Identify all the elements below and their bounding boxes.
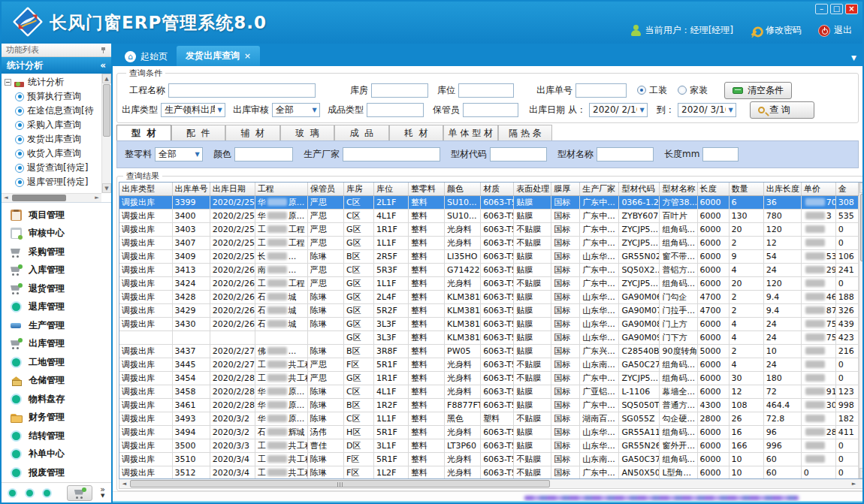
tree-item[interactable]: 采购入库查询 (3, 118, 101, 132)
scroll-thumb[interactable] (12, 195, 66, 201)
workwear-radio[interactable]: 工装 (637, 84, 667, 97)
table-horizontal-scrollbar[interactable]: ◄ ► (119, 479, 864, 489)
table-row[interactable]: 调拨出库34242020/2/26工工程严思G区1L1F整料光身料6063-T5… (119, 276, 859, 290)
material-tab-耗材[interactable]: 耗 材 (389, 125, 444, 140)
length-input[interactable] (702, 147, 739, 161)
column-header-材质[interactable]: 材质 (481, 183, 514, 195)
column-header-保管员[interactable]: 保管员 (307, 183, 343, 195)
profile-code-input[interactable] (490, 147, 547, 161)
material-tab-隔热条[interactable]: 隔 热 条 (498, 125, 553, 140)
table-row[interactable]: 调拨出库34932020/3/2华原...陈琳C区1L1F整料黑色塑料不贴膜国标… (119, 412, 859, 425)
product-type-input[interactable] (367, 103, 424, 117)
out-type-select[interactable]: 生产领料出库▼ (161, 103, 225, 117)
table-row[interactable]: 调拨出库34372020/2/27佛...陈琳B区3R8F整料PW056063-… (119, 344, 859, 358)
column-header-膜厚[interactable]: 膜厚 (551, 183, 580, 195)
material-tab-辅材[interactable]: 辅 材 (225, 125, 280, 140)
scroll-right-icon[interactable]: ► (849, 479, 859, 488)
order-no-input[interactable] (575, 83, 627, 98)
tab-close-icon[interactable]: × (244, 51, 251, 61)
table-row[interactable]: 调拨出库34032020/2/25工工程严思G区1R1F整料光身料6063-T5… (119, 222, 859, 236)
material-tab-成品[interactable]: 成 品 (334, 125, 389, 140)
tab-起始页[interactable]: ⌂起始页 (116, 47, 177, 66)
table-vertical-scrollbar[interactable]: ▲ ▼ (859, 183, 864, 478)
close-button[interactable]: × (845, 4, 858, 14)
scroll-up-icon[interactable]: ▲ (859, 183, 864, 193)
table-row[interactable]: 调拨出库34452020/2/27工共工程严思F区5R1F整料光身料6063-T… (119, 358, 859, 371)
scroll-thumb[interactable] (103, 84, 110, 137)
column-header-单价[interactable]: 单价 (801, 183, 835, 195)
table-row[interactable]: 调拨出库34542020/2/28工共工程严思G区1R1F整料光身料6063-T… (119, 371, 859, 385)
warehouse-input[interactable] (371, 83, 428, 98)
scroll-up-icon[interactable]: ▲ (102, 74, 111, 83)
column-header-库位[interactable]: 库位 (373, 183, 408, 195)
table-row[interactable]: 调拨出库34942020/3/2石辉城汤伟H区5R1F整料光身料6063-T5贴… (119, 425, 859, 439)
table-row[interactable]: 调拨出库34132020/2/26南...严思C区5R3F整料G71422606… (119, 263, 859, 276)
column-header-出库类型[interactable]: 出库类型 (119, 183, 172, 195)
maker-input[interactable] (343, 147, 440, 161)
tree-item[interactable]: 退货查询[待定] (3, 161, 101, 175)
sidebar-item-生产管理[interactable]: 生产管理 (2, 316, 111, 335)
table-row[interactable]: 调拨出库34282020/2/26石城陈琳G区2L4F整料KLM38176063… (119, 290, 859, 303)
clear-conditions-button[interactable]: 清空条件 (724, 82, 792, 99)
green-circle-icon[interactable] (25, 488, 35, 498)
maximize-button[interactable]: □ (830, 4, 843, 14)
location-input[interactable] (458, 83, 514, 98)
tree-horizontal-scrollbar[interactable]: ◄ ► (2, 193, 101, 202)
tree-item[interactable]: 在途信息查询[待 (3, 104, 101, 118)
table-row[interactable]: 调拨出库33992020/2/25华原...严思C区2L1F整料SU10...6… (119, 195, 859, 209)
minimize-button[interactable]: – (815, 4, 828, 14)
scroll-right-icon[interactable]: ► (92, 194, 101, 202)
column-header-型材代码[interactable]: 型材代码 (619, 183, 660, 195)
search-button[interactable]: 查 询 (750, 101, 814, 119)
tree-item[interactable]: 退库管理[待定] (3, 175, 101, 189)
material-tab-配件[interactable]: 配 件 (171, 125, 226, 140)
table-row[interactable]: 调拨出库34612020/2/28华原...陈琳B区1R2F整料F8877FT6… (119, 398, 859, 412)
scroll-down-icon[interactable]: ▼ (859, 468, 864, 478)
sidebar-item-结转管理[interactable]: 结转管理 (2, 427, 111, 445)
audit-select[interactable]: 全部▼ (272, 103, 320, 117)
cart-quick-button[interactable] (67, 485, 92, 501)
table-row[interactable]: 调拨出库34092020/2/25长...陈琳B区2R5F整料LI35HO606… (119, 249, 859, 263)
color-input[interactable] (234, 147, 293, 161)
column-header-颜色[interactable]: 颜色 (445, 183, 481, 195)
table-row[interactable]: 调拨出库34582020/2/28华原...陈琳C区4L1F整料光身料6063-… (119, 385, 859, 398)
profile-name-input[interactable] (597, 147, 654, 161)
sidebar-item-退库管理[interactable]: 退库管理 (2, 298, 111, 317)
tree-item[interactable]: 发货出库查询 (3, 132, 101, 146)
date-to-select[interactable]: 2020/ 3/16▼ (678, 103, 736, 117)
sidebar-item-项目管理[interactable]: 项目管理 (2, 206, 111, 225)
project-name-input[interactable] (168, 83, 316, 98)
keeper-input[interactable] (463, 103, 518, 117)
tree-vertical-scrollbar[interactable]: ▲ ▼ (101, 74, 111, 193)
sidebar-item-物料盘存[interactable]: 物料盘存 (2, 390, 111, 409)
date-from-select[interactable]: 2020/ 2/16▼ (589, 103, 648, 117)
column-header-整零料[interactable]: 整零料 (409, 183, 445, 195)
scroll-left-icon[interactable]: ◄ (119, 479, 129, 488)
scroll-left-icon[interactable]: ◄ (2, 194, 11, 202)
sidebar-item-报废管理[interactable]: 报废管理 (2, 463, 111, 482)
logout-button[interactable]: 退出 (818, 24, 852, 37)
sidebar-item-审核中心[interactable]: 审核中心 (2, 225, 111, 243)
scroll-thumb[interactable] (130, 480, 550, 487)
material-tab-单体型材[interactable]: 单 体 型 材 (443, 125, 498, 140)
whole-part-select[interactable]: 全部▼ (155, 147, 203, 161)
column-header-出库长度[interactable]: 出库长度 (763, 183, 801, 195)
column-header-出库日期[interactable]: 出库日期 (210, 183, 255, 195)
green-circle-icon[interactable] (8, 488, 17, 498)
change-password-button[interactable]: 修改密码 (750, 24, 802, 37)
tree-root-statistics[interactable]: 统计分析 (3, 75, 101, 89)
sidebar-item-财务管理[interactable]: 财务管理 (2, 409, 111, 427)
table-row[interactable]: 调拨出库35122020/3/4工共工程陈琳F区1L2F整料光身料6063-T5… (119, 466, 859, 478)
scroll-down-icon[interactable]: ▼ (102, 183, 111, 193)
material-tab-玻璃[interactable]: 玻 璃 (280, 125, 335, 140)
tree-item[interactable]: 收货入库查询 (3, 146, 101, 161)
sidebar-item-补单中心[interactable]: 补单中心 (2, 445, 111, 464)
column-header-金[interactable]: 金 (835, 183, 858, 195)
column-header-数量[interactable]: 数量 (729, 183, 763, 195)
material-tab-型材[interactable]: 型 材 (116, 125, 171, 140)
sidebar-section-header[interactable]: 统计分析 « (2, 57, 111, 74)
collapse-icon[interactable]: « (100, 60, 106, 71)
menu-overflow-button[interactable]: »▼ (100, 486, 105, 499)
scroll-thumb[interactable] (860, 194, 864, 261)
table-row[interactable]: 调拨出库34302020/2/26石城陈琳G区3L3F整料KLM38176063… (119, 317, 859, 330)
